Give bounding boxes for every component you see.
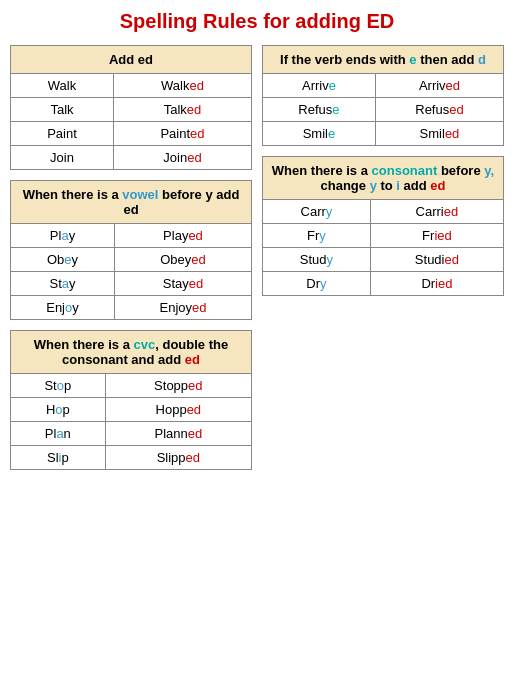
consonant-before-y-header: When there is a consonant before y, chan… bbox=[263, 157, 504, 200]
result-word: Talked bbox=[114, 98, 252, 122]
table-row: Stop Stopped bbox=[11, 374, 252, 398]
base-word: Hop bbox=[11, 398, 106, 422]
result-word: Stopped bbox=[105, 374, 251, 398]
page-title: Spelling Rules for adding ED bbox=[10, 10, 504, 33]
base-word: Study bbox=[263, 248, 371, 272]
base-word: Smile bbox=[263, 122, 376, 146]
result-word: Refused bbox=[375, 98, 503, 122]
result-word: Smiled bbox=[375, 122, 503, 146]
result-word: Planned bbox=[105, 422, 251, 446]
result-word: Studied bbox=[370, 248, 503, 272]
base-word: Fry bbox=[263, 224, 371, 248]
result-word: Dried bbox=[370, 272, 503, 296]
base-word: Walk bbox=[11, 74, 114, 98]
table-row: Smile Smiled bbox=[263, 122, 504, 146]
cvc-table: When there is a cvc, double the consonan… bbox=[10, 330, 252, 470]
cvc-header: When there is a cvc, double the consonan… bbox=[11, 331, 252, 374]
result-word: Slipped bbox=[105, 446, 251, 470]
table-row: Arrive Arrived bbox=[263, 74, 504, 98]
table-row: Plan Planned bbox=[11, 422, 252, 446]
base-word: Paint bbox=[11, 122, 114, 146]
vowel-before-y-header: When there is a vowel before y add ed bbox=[11, 181, 252, 224]
result-word: Obeyed bbox=[114, 248, 251, 272]
base-word: Obey bbox=[11, 248, 115, 272]
table-row: Refuse Refused bbox=[263, 98, 504, 122]
result-word: Hopped bbox=[105, 398, 251, 422]
table-row: Slip Slipped bbox=[11, 446, 252, 470]
table-row: Stay Stayed bbox=[11, 272, 252, 296]
result-word: Joined bbox=[114, 146, 252, 170]
result-word: Enjoyed bbox=[114, 296, 251, 320]
result-word: Fried bbox=[370, 224, 503, 248]
base-word: Refuse bbox=[263, 98, 376, 122]
table-row: Carry Carried bbox=[263, 200, 504, 224]
table-row: Study Studied bbox=[263, 248, 504, 272]
base-word: Stop bbox=[11, 374, 106, 398]
table-row: Hop Hopped bbox=[11, 398, 252, 422]
base-word: Carry bbox=[263, 200, 371, 224]
table-row: Join Joined bbox=[11, 146, 252, 170]
result-word: Played bbox=[114, 224, 251, 248]
result-word: Walked bbox=[114, 74, 252, 98]
result-word: Carried bbox=[370, 200, 503, 224]
consonant-before-y-table: When there is a consonant before y, chan… bbox=[262, 156, 504, 296]
base-word: Slip bbox=[11, 446, 106, 470]
base-word: Play bbox=[11, 224, 115, 248]
table-row: Play Played bbox=[11, 224, 252, 248]
base-word: Talk bbox=[11, 98, 114, 122]
base-word: Arrive bbox=[263, 74, 376, 98]
table-row: Talk Talked bbox=[11, 98, 252, 122]
add-ed-table: Add ed Walk Walked Talk Talked Paint Pai… bbox=[10, 45, 252, 170]
main-layout: Add ed Walk Walked Talk Talked Paint Pai… bbox=[10, 45, 504, 470]
vowel-before-y-table: When there is a vowel before y add ed Pl… bbox=[10, 180, 252, 320]
verb-ends-e-header: If the verb ends with e then add d bbox=[263, 46, 504, 74]
add-ed-header: Add ed bbox=[11, 46, 252, 74]
base-word: Join bbox=[11, 146, 114, 170]
table-row: Fry Fried bbox=[263, 224, 504, 248]
table-row: Obey Obeyed bbox=[11, 248, 252, 272]
base-word: Plan bbox=[11, 422, 106, 446]
base-word: Stay bbox=[11, 272, 115, 296]
table-row: Walk Walked bbox=[11, 74, 252, 98]
table-row: Paint Painted bbox=[11, 122, 252, 146]
base-word: Dry bbox=[263, 272, 371, 296]
right-column: If the verb ends with e then add d Arriv… bbox=[262, 45, 504, 470]
base-word: Enjoy bbox=[11, 296, 115, 320]
result-word: Painted bbox=[114, 122, 252, 146]
result-word: Arrived bbox=[375, 74, 503, 98]
left-column: Add ed Walk Walked Talk Talked Paint Pai… bbox=[10, 45, 252, 470]
table-row: Dry Dried bbox=[263, 272, 504, 296]
verb-ends-e-table: If the verb ends with e then add d Arriv… bbox=[262, 45, 504, 146]
table-row: Enjoy Enjoyed bbox=[11, 296, 252, 320]
result-word: Stayed bbox=[114, 272, 251, 296]
